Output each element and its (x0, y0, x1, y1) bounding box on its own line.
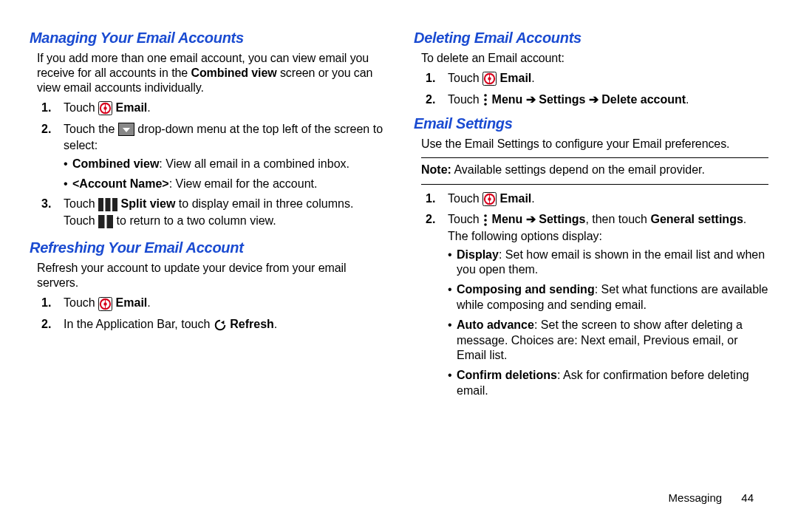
text: Touch (448, 192, 482, 205)
bold-combined-view: Combined view (72, 157, 159, 170)
svg-point-28 (484, 219, 487, 222)
bullet-account-name: <Account Name>: View email for the accou… (64, 177, 384, 192)
dropdown-icon (118, 121, 134, 137)
arrow-icon: ➔ (589, 93, 598, 106)
bold-split-view: Split view (121, 197, 176, 210)
text: Touch (448, 93, 482, 106)
refresh-steps: Touch Email. In the Application Bar, tou… (30, 295, 384, 332)
text: Touch (448, 72, 482, 84)
bold-settings: Settings (536, 93, 589, 106)
email-app-icon (98, 100, 112, 116)
step-1: Touch Email. (448, 70, 768, 87)
deleting-intro: To delete an Email account: (414, 51, 768, 66)
step-1: Touch Email. (448, 191, 768, 208)
bullet-display: Display: Set how email is shown in the e… (448, 248, 768, 279)
bold-menu: Menu (492, 93, 526, 106)
svg-rect-8 (112, 198, 117, 211)
refresh-intro: Refresh your account to update your devi… (30, 261, 384, 290)
bold-settings: Settings (536, 213, 586, 225)
email-app-icon (98, 295, 112, 311)
bold-combined-view: Combined view (191, 66, 276, 79)
left-column: Managing Your Email Accounts If you add … (30, 30, 384, 502)
footer-section: Messaging (669, 491, 723, 504)
bold-account-name: <Account Name> (72, 177, 169, 190)
menu-icon (482, 92, 488, 108)
svg-rect-6 (98, 198, 103, 211)
text: : View email for the account. (169, 177, 318, 190)
text: In the Application Bar, touch (64, 318, 214, 330)
settings-bullets: Display: Set how email is shown in the e… (448, 248, 768, 399)
bold-confirm-deletions: Confirm deletions (457, 369, 557, 381)
bullet-auto-advance: Auto advance: Set the screen to show aft… (448, 318, 768, 364)
settings-steps: Touch Email. Touch Menu ➔ Settings, then… (414, 191, 768, 399)
text: Touch the (64, 123, 118, 135)
text: : Set how email is shown in the email li… (457, 248, 765, 276)
step-2: Touch Menu ➔ Settings ➔ Delete account. (448, 92, 768, 109)
email-app-icon (482, 70, 497, 86)
text: to return to a two column view. (117, 214, 276, 227)
bold-auto-advance: Auto advance (457, 318, 534, 331)
text: . (274, 318, 277, 330)
bold-delete-account: Delete account (598, 93, 686, 106)
footer-page-number: 44 (741, 491, 754, 504)
text: . (531, 72, 534, 84)
bold-email: Email (500, 192, 532, 205)
text: Touch (448, 213, 482, 225)
text: Touch (64, 296, 98, 309)
deleting-steps: Touch Email. Touch Menu ➔ Settings ➔ Del… (414, 70, 768, 108)
bold-display: Display (457, 248, 499, 261)
note-text: Available settings depend on the email p… (451, 163, 705, 176)
bullet-combined-view: Combined view: View all email in a combi… (64, 157, 384, 172)
text: . (686, 93, 689, 106)
svg-point-21 (484, 98, 487, 101)
menu-icon (482, 211, 488, 228)
svg-point-20 (484, 94, 487, 97)
bold-email: Email (500, 72, 532, 84)
text: Touch (64, 197, 98, 210)
step-2: Touch the drop-down menu at the top left… (64, 121, 384, 192)
svg-rect-10 (107, 215, 114, 228)
page-footer: Messaging 44 (669, 491, 754, 504)
arrow-icon: ➔ (526, 213, 536, 225)
step-2: In the Application Bar, touch Refresh. (64, 316, 384, 333)
svg-marker-15 (221, 320, 225, 324)
step-1: Touch Email. (64, 100, 384, 117)
svg-rect-7 (106, 198, 111, 211)
split-view-three-icon (98, 196, 117, 212)
managing-intro: If you add more than one email account, … (30, 51, 384, 95)
note: Note: Available settings depend on the e… (414, 163, 768, 178)
text: . (147, 101, 150, 114)
step-2: Touch Menu ➔ Settings, then touch Genera… (448, 211, 768, 398)
bullet-composing: Composing and sending: Set what function… (448, 282, 768, 313)
note-divider (421, 184, 768, 185)
text: . (147, 296, 150, 309)
refresh-icon (214, 316, 227, 332)
svg-point-29 (484, 223, 487, 226)
heading-email-settings: Email Settings (414, 115, 768, 132)
text: : View all email in a combined inbox. (159, 157, 349, 170)
managing-steps: Touch Email. Touch the drop-down menu at… (30, 100, 384, 229)
settings-intro: Use the Email Settings to configure your… (414, 137, 768, 151)
bullet-confirm-deletions: Confirm deletions: Ask for confirmation … (448, 368, 768, 399)
step-3: Touch Split view to display email in thr… (64, 196, 384, 229)
heading-managing: Managing Your Email Accounts (30, 30, 384, 47)
bold-refresh: Refresh (230, 318, 274, 330)
svg-point-22 (484, 103, 487, 106)
heading-deleting: Deleting Email Accounts (414, 30, 768, 47)
step-2-bullets: Combined view: View all email in a combi… (64, 157, 384, 192)
text: . (531, 192, 534, 205)
bold-menu: Menu (492, 213, 526, 225)
arrow-icon: ➔ (526, 93, 536, 106)
bold-email: Email (116, 101, 148, 114)
svg-point-27 (484, 214, 487, 217)
bold-general-settings: General settings (650, 213, 743, 225)
bold-composing: Composing and sending (457, 283, 595, 296)
email-app-icon (482, 191, 497, 207)
right-column: Deleting Email Accounts To delete an Ema… (414, 30, 768, 502)
text: , then touch (585, 213, 650, 225)
step-1: Touch Email. (64, 295, 384, 312)
split-view-two-icon (98, 213, 113, 229)
note-divider (421, 157, 768, 158)
heading-refreshing: Refreshing Your Email Account (30, 239, 384, 256)
bold-email: Email (116, 296, 148, 309)
